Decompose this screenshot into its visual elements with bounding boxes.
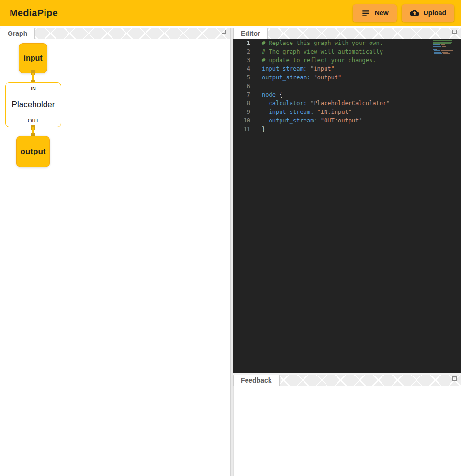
code-line-11: 11}	[233, 125, 461, 133]
tab-feedback[interactable]: Feedback	[233, 375, 280, 386]
editor-scrollbar-divider	[456, 39, 456, 373]
tab-graph-label: Graph	[8, 30, 27, 37]
line-number: 3	[233, 56, 250, 65]
feedback-panel-tabbar: Feedback	[233, 375, 461, 386]
line-number: 5	[233, 73, 250, 82]
code-editor[interactable]: 1# Replace this graph with your own.2# T…	[233, 39, 461, 373]
line-number: 11	[233, 125, 250, 133]
graph-node-input[interactable]: input	[19, 43, 47, 73]
header-buttons: New Upload	[353, 4, 454, 22]
feedback-content	[233, 386, 461, 476]
subject-icon	[361, 8, 371, 18]
graph-canvas: input IN Placeholder OUT output	[0, 39, 230, 476]
code-line-3: 3# update to reflect your changes.	[233, 56, 461, 65]
code-line-6: 6	[233, 82, 461, 90]
line-number: 4	[233, 65, 250, 73]
tab-editor-label: Editor	[241, 30, 260, 37]
placeholder-out-label: OUT	[28, 118, 39, 123]
graph-node-input-label: input	[23, 54, 42, 63]
cloud-upload-icon	[410, 8, 419, 18]
code-line-2: 2# The graph view will automatically	[233, 47, 461, 56]
graph-panel: Graph input IN Placeholder OUT output	[0, 28, 230, 476]
new-button[interactable]: New	[353, 4, 397, 22]
feedback-panel: Feedback	[233, 375, 461, 476]
line-number: 9	[233, 108, 250, 116]
code-line-10: 10 output_stream: "OUT:output"	[233, 116, 461, 125]
graph-maximize-icon[interactable]	[222, 30, 226, 34]
line-number: 7	[233, 90, 250, 99]
code-line-7: 7node {	[233, 90, 461, 99]
feedback-maximize-icon[interactable]	[452, 376, 457, 381]
graph-node-output[interactable]: output	[16, 136, 50, 167]
editor-panel-tabbar: Editor	[233, 28, 461, 39]
graph-panel-tabbar: Graph	[0, 28, 230, 39]
tab-graph[interactable]: Graph	[0, 28, 35, 39]
line-number: 2	[233, 47, 250, 56]
graph-canvas-area: input IN Placeholder OUT output	[0, 39, 230, 476]
tab-editor[interactable]: Editor	[233, 28, 268, 39]
line-number: 1	[233, 39, 250, 47]
upload-button[interactable]: Upload	[402, 4, 454, 22]
upload-button-label: Upload	[424, 9, 446, 17]
code-line-5: 5output_stream: "output"	[233, 73, 461, 82]
line-number: 10	[233, 116, 250, 125]
graph-node-placeholder[interactable]: IN Placeholder OUT	[5, 82, 61, 127]
line-number: 8	[233, 99, 250, 108]
app-header: MediaPipe New Upload	[0, 0, 461, 26]
editor-maximize-icon[interactable]	[452, 30, 457, 34]
code-line-8: 8 calculator: "PlaceholderCalculator"	[233, 99, 461, 108]
graph-node-output-label: output	[21, 147, 46, 156]
code-line-4: 4input_stream: "input"	[233, 65, 461, 73]
tab-feedback-label: Feedback	[241, 376, 272, 384]
code-line-1: 1# Replace this graph with your own.	[233, 39, 461, 47]
code-area[interactable]: 1# Replace this graph with your own.2# T…	[233, 39, 461, 373]
line-number: 6	[233, 82, 250, 90]
indent-guide	[262, 100, 262, 125]
editor-panel: Editor 1# Replace this graph with your o…	[233, 28, 461, 373]
code-lines: 1# Replace this graph with your own.2# T…	[233, 39, 461, 133]
code-line-9: 9 input_stream: "IN:input"	[233, 108, 461, 116]
app-title: MediaPipe	[10, 8, 58, 19]
editor-minimap[interactable]	[433, 40, 453, 56]
new-button-label: New	[375, 9, 389, 17]
placeholder-in-label: IN	[31, 86, 36, 91]
placeholder-title: Placeholder	[12, 100, 55, 110]
